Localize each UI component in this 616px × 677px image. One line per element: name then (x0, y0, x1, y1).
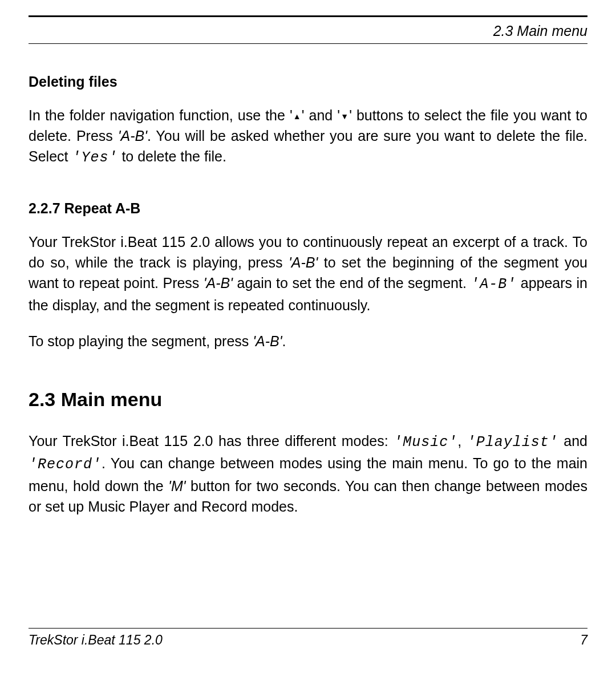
label-playlist: 'Play­list' (467, 434, 558, 451)
text: again to set the end of the segment. (233, 275, 471, 291)
text: ' and ' (302, 107, 340, 123)
page-number: 7 (580, 631, 587, 650)
text: to delete the file. (117, 148, 226, 164)
header-section-ref: 2.3 Main menu (493, 21, 587, 41)
para-repeat-ab-1: Your TrekStor i.Beat 115 2.0 allows you … (29, 232, 587, 316)
footer-left: TrekStor i.Beat 115 2.0 (29, 631, 163, 650)
up-triangle-icon: ▲ (293, 112, 302, 121)
running-header: 2.3 Main menu (29, 17, 587, 44)
para-deleting-files: In the folder navigation function, use t… (29, 105, 587, 169)
body: Deleting files In the folder navigation … (29, 71, 587, 517)
page: 2.3 Main menu Deleting files In the fold… (0, 0, 616, 677)
label-record: 'Record' (29, 456, 102, 473)
para-repeat-ab-2: To stop playing the segment, press 'A-B'… (29, 331, 587, 351)
footer-line: TrekStor i.Beat 115 2.0 7 (29, 631, 587, 650)
text: . (282, 333, 286, 349)
footer: TrekStor i.Beat 115 2.0 7 (29, 628, 587, 650)
text: Your TrekStor i.Beat 115 2.0 has three d… (29, 433, 394, 449)
label-a-b: 'A-B' (253, 333, 282, 349)
text: , (457, 433, 467, 449)
label-music: 'Music' (394, 434, 457, 451)
section-heading-main-menu: 2.3 Main menu (29, 386, 587, 414)
label-a-b-display: 'A-B' (471, 276, 516, 293)
label-m-button: 'M' (168, 478, 185, 494)
label-a-b: 'A-B' (289, 254, 318, 270)
subhead-repeat-ab: 2.2.7 Repeat A-B (29, 198, 587, 218)
text: and (558, 433, 587, 449)
subhead-deleting-files: Deleting files (29, 71, 587, 92)
para-main-menu: Your TrekStor i.Beat 115 2.0 has three d… (29, 431, 587, 517)
text: In the folder navigation function, use t… (29, 107, 293, 123)
footer-rule (29, 628, 587, 629)
label-a-b: 'A-B' (204, 275, 233, 291)
label-yes: 'Yes' (72, 149, 117, 166)
down-triangle-icon: ▼ (340, 112, 349, 121)
label-a-b: 'A-B' (118, 128, 147, 144)
text: To stop playing the segment, press (29, 333, 253, 349)
